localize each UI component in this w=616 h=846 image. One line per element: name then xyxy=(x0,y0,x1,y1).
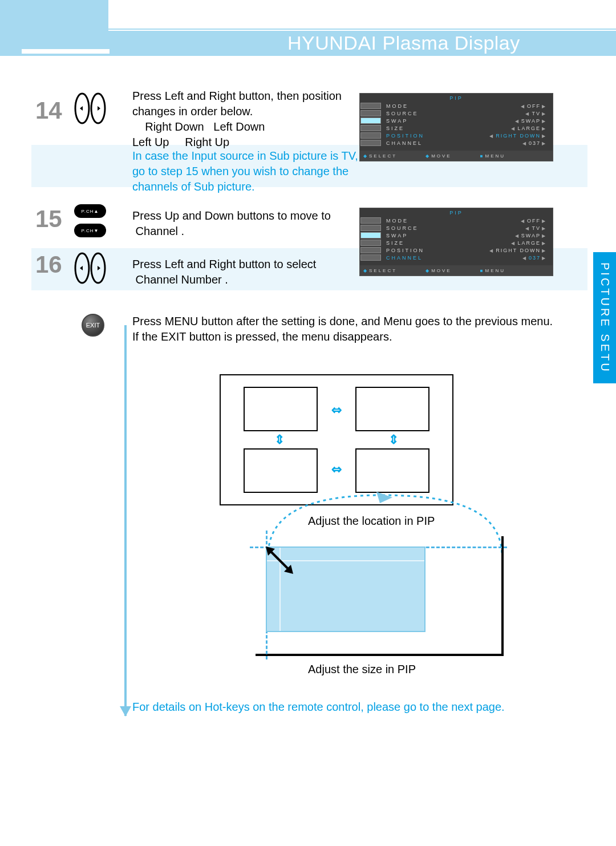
step-14-note1: In case the Input source in Sub picture … xyxy=(132,149,358,162)
osd-foot-select: SELECT xyxy=(369,153,397,159)
pip-size-diagram xyxy=(256,536,504,656)
osd-row: SOURCE◀TV▶ xyxy=(386,224,548,232)
arrow-vertical-icon: ⇕ xyxy=(388,432,399,447)
osd-foot-menu: MENU xyxy=(485,268,506,273)
up-down-button-icon: P.CH▲ P.CH▼ xyxy=(74,204,106,238)
osd-row: MODE◀OFF▶ xyxy=(386,217,548,224)
exit-line1: Press MENU button after the setting is d… xyxy=(132,315,553,327)
osd-row: POSITION◀RIGHT DOWN▶ xyxy=(386,246,548,254)
osd-row: POSITION◀RIGHT DOWN▶ xyxy=(386,132,548,139)
pch-down-pill: P.CH▼ xyxy=(74,224,106,237)
footer-note: For details on Hot-keys on the remote co… xyxy=(132,699,572,715)
step-14-seq3: Left Up xyxy=(132,136,169,148)
step-16-text: Press Left and Right button to select Ch… xyxy=(132,257,355,288)
osd-rows: MODE◀OFF▶SOURCE◀TV▶SWAP◀SWAP▶SIZE◀LARGE▶… xyxy=(382,217,553,261)
arrow-vertical-icon: ⇕ xyxy=(274,432,285,447)
step-14-note3: channels of Sub picture. xyxy=(132,180,255,193)
step-15-text: Press Up and Down buttons to move to Cha… xyxy=(132,208,355,239)
exit-line2: If the EXIT button is pressed, the menu … xyxy=(132,330,392,343)
osd-foot-menu: MENU xyxy=(485,153,506,159)
osd-footer: ◆SELECT ◆MOVE ■MENU xyxy=(360,265,553,276)
svg-marker-6 xyxy=(80,266,83,270)
pip-box-bottom-right xyxy=(355,448,429,493)
resize-diagonal-arrow-icon xyxy=(266,547,293,574)
svg-marker-3 xyxy=(98,106,100,111)
flow-arrow-down xyxy=(124,325,127,716)
pip-box-top-right xyxy=(355,387,429,431)
header-left-block xyxy=(0,0,108,56)
step-16-line2: Channel Number . xyxy=(136,273,228,286)
left-right-button-icon xyxy=(73,251,107,285)
step-14-seq4: Right Up xyxy=(185,136,229,148)
osd-menu-channel: PIP MODE◀OFF▶SOURCE◀TV▶SWAP◀SWAP▶SIZE◀LA… xyxy=(359,208,553,276)
arrow-horizontal-icon: ⇔ xyxy=(331,462,342,477)
step-number-14: 14 xyxy=(35,97,70,124)
osd-footer: ◆SELECT ◆MOVE ■MENU xyxy=(360,151,553,161)
osd-foot-move: MOVE xyxy=(431,153,452,159)
osd-foot-select: SELECT xyxy=(369,268,397,273)
step-15-line1: Press Up and Down buttons to move to xyxy=(132,209,331,222)
osd-row: CHANNEL◀037▶ xyxy=(386,139,548,147)
section-tab-picture-setup: PICTURE SETU xyxy=(593,252,616,383)
step-number-16: 16 xyxy=(35,251,70,278)
step-14-line2: changes in order below. xyxy=(132,105,253,118)
pip-position-diagram: ⇔ ⇔ ⇕ ⇕ xyxy=(220,374,453,505)
page-title: HYUNDAI Plasma Display xyxy=(287,32,520,54)
header-white-bar xyxy=(22,49,110,54)
osd-rows: MODE◀OFF▶SOURCE◀TV▶SWAP◀SWAP▶SIZE◀LARGE▶… xyxy=(382,102,553,147)
pip-size-label: Adjust the size in PIP xyxy=(308,663,416,676)
osd-tabs xyxy=(360,217,382,261)
exit-text: Press MENU button after the setting is d… xyxy=(132,314,572,345)
step-14-note2: go to step 15 when you wish to change th… xyxy=(132,165,348,177)
exit-button-icon: EXIT xyxy=(82,314,104,337)
step-14-seq1: Right Down xyxy=(145,120,204,133)
osd-tabs xyxy=(360,102,382,147)
osd-row: SOURCE◀TV▶ xyxy=(386,110,548,117)
arrow-horizontal-icon: ⇔ xyxy=(331,403,342,418)
svg-marker-2 xyxy=(80,106,83,111)
osd-row: MODE◀OFF▶ xyxy=(386,102,548,110)
osd-menu-position: PIP MODE◀OFF▶SOURCE◀TV▶SWAP◀SWAP▶SIZE◀LA… xyxy=(359,93,553,161)
pip-position-label: Adjust the location in PIP xyxy=(308,515,435,528)
pip-box-bottom-left xyxy=(244,448,318,493)
step-15-line2: Channel . xyxy=(136,225,185,237)
osd-title: PIP xyxy=(360,94,553,102)
step-14-seq2: Left Down xyxy=(213,120,265,133)
osd-row: SIZE◀LARGE▶ xyxy=(386,124,548,132)
step-14-line1: Press Left and Right button, then positi… xyxy=(132,90,342,102)
osd-row: SWAP◀SWAP▶ xyxy=(386,232,548,239)
pip-box-top-left xyxy=(244,387,318,431)
osd-row: SWAP◀SWAP▶ xyxy=(386,117,548,124)
step-16-line1: Press Left and Right button to select xyxy=(132,258,316,270)
osd-title: PIP xyxy=(360,208,553,217)
step-number-15: 15 xyxy=(35,205,70,233)
svg-line-9 xyxy=(269,550,290,570)
step-14-text: Press Left and Right button, then positi… xyxy=(132,88,355,150)
pch-up-pill: P.CH▲ xyxy=(74,204,106,218)
osd-foot-move: MOVE xyxy=(431,268,452,273)
svg-marker-7 xyxy=(98,266,100,270)
step-14-note: In case the Input source in Sub picture … xyxy=(132,148,360,195)
left-right-button-icon xyxy=(73,91,107,126)
osd-row: CHANNEL◀037▶ xyxy=(386,254,548,261)
osd-row: SIZE◀LARGE▶ xyxy=(386,239,548,246)
